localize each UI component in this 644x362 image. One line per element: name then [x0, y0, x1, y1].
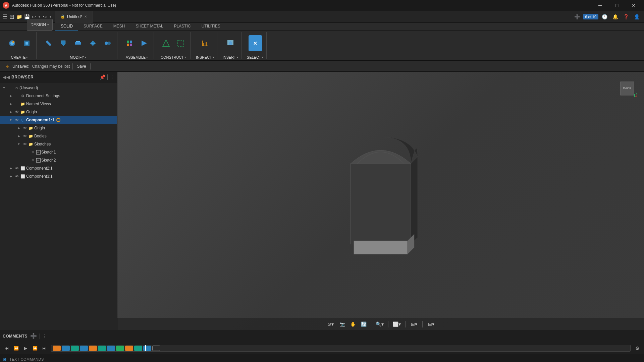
- tab-utilities[interactable]: UTILITIES: [196, 22, 226, 31]
- tl-item-5[interactable]: [89, 346, 97, 351]
- insert-btn-1[interactable]: [224, 35, 237, 51]
- tl-prev-btn[interactable]: ⏪: [12, 344, 20, 352]
- eye-icon-comp1[interactable]: 👁: [14, 117, 19, 123]
- expand-icon-c1-origin[interactable]: ▶: [16, 125, 21, 131]
- tl-settings-btn[interactable]: ⚙: [633, 344, 641, 352]
- eye-icon-c1-bodies[interactable]: 👁: [22, 133, 28, 139]
- tree-item-doc-settings[interactable]: ▶ ⚙ Document Settings: [0, 92, 117, 100]
- expand-icon-c1-sketches[interactable]: ▼: [16, 141, 21, 147]
- tab-mesh[interactable]: MESH: [108, 22, 130, 31]
- new-file-button[interactable]: ⊞: [9, 13, 14, 20]
- comments-pin-icon[interactable]: ⋮: [43, 334, 47, 339]
- select-btn-1[interactable]: [249, 35, 262, 51]
- close-button[interactable]: ✕: [626, 0, 641, 11]
- tl-item-11[interactable]: [143, 346, 151, 351]
- tl-item-10[interactable]: [134, 346, 142, 351]
- browser-more-icon[interactable]: ⋮: [110, 74, 114, 80]
- add-tab-button[interactable]: ➕: [572, 12, 582, 21]
- create-btn-1[interactable]: [5, 35, 19, 51]
- tl-item-1[interactable]: [53, 346, 61, 351]
- expand-icon-comp3[interactable]: ▶: [8, 174, 13, 179]
- create-btn-2[interactable]: [20, 35, 34, 51]
- eye-icon-origin[interactable]: 👁: [14, 109, 19, 115]
- notifications-button[interactable]: 🔔: [610, 12, 620, 21]
- modify-btn-3[interactable]: [71, 35, 85, 51]
- zoom-btn[interactable]: 🔍▾: [374, 319, 385, 329]
- tree-item-component3[interactable]: ▶ 👁 ⬜ Component3:1: [0, 172, 117, 180]
- tree-item-named-views[interactable]: ▶ 📁 Named Views: [0, 100, 117, 108]
- text-commands-icon[interactable]: ⊕: [3, 357, 7, 362]
- tl-next-btn[interactable]: ⏩: [31, 344, 39, 352]
- tree-item-c1-bodies[interactable]: ▶ 👁 📁 Bodies: [0, 132, 117, 140]
- browser-collapse-icon[interactable]: ◀◀: [3, 74, 10, 80]
- tab-plastic[interactable]: PLASTIC: [169, 22, 196, 31]
- orbit-btn2[interactable]: 🔄: [359, 319, 368, 329]
- tl-play-btn[interactable]: ▶: [21, 344, 30, 352]
- tl-item-3[interactable]: [71, 346, 79, 351]
- expand-icon-comp2[interactable]: ▶: [8, 166, 13, 171]
- modify-btn-2[interactable]: [57, 35, 70, 51]
- history-button[interactable]: 🕐: [600, 12, 609, 21]
- expand-icon-comp1[interactable]: ▼: [8, 117, 13, 123]
- tab-surface[interactable]: SURFACE: [78, 22, 108, 31]
- tl-begin-btn[interactable]: ⏮: [3, 344, 11, 352]
- inspect-btn-1[interactable]: [198, 35, 212, 51]
- expand-icon-named[interactable]: ▶: [8, 101, 13, 107]
- tree-item-c1-sketches[interactable]: ▼ 👁 📁 Sketches: [0, 140, 117, 148]
- eye-icon-comp3[interactable]: 👁: [14, 174, 19, 179]
- undo-dropdown[interactable]: ▼: [38, 15, 41, 18]
- assemble-btn-2[interactable]: [138, 35, 151, 51]
- tab-sheet-metal[interactable]: SHEET METAL: [130, 22, 168, 31]
- tree-item-c1-origin[interactable]: ▶ 👁 📁 Origin: [0, 124, 117, 132]
- construct-btn-1[interactable]: [159, 35, 173, 51]
- tree-item-root[interactable]: ▼ 🗁 (Unsaved): [0, 84, 117, 92]
- expand-icon-origin[interactable]: ▶: [8, 109, 13, 115]
- browser-pin-icon[interactable]: 📌: [100, 74, 105, 80]
- tab-solid[interactable]: SOLID: [55, 22, 78, 31]
- assemble-btn-1[interactable]: [123, 35, 136, 51]
- eye-icon-comp2[interactable]: 👁: [14, 166, 19, 171]
- tree-item-component2[interactable]: ▶ 👁 ⬜ Component2:1: [0, 164, 117, 172]
- construct-btn-2[interactable]: [174, 35, 187, 51]
- timeline-track[interactable]: [51, 345, 631, 352]
- modify-btn-5[interactable]: [101, 35, 114, 51]
- camera-btn[interactable]: 📷: [337, 319, 347, 329]
- grid-btn[interactable]: ⊞▾: [408, 319, 420, 329]
- hamburger-menu[interactable]: ☰: [3, 13, 7, 20]
- eye-icon-c1-origin[interactable]: 👁: [22, 125, 28, 131]
- expand-icon-root[interactable]: ▼: [1, 85, 7, 90]
- maximize-button[interactable]: □: [609, 0, 625, 11]
- help-button[interactable]: ❓: [621, 12, 631, 21]
- tl-item-2[interactable]: [62, 346, 70, 351]
- eye-icon-sketch2[interactable]: 👁: [30, 158, 36, 163]
- tl-end-btn[interactable]: ⏭: [40, 344, 48, 352]
- redo-dropdown[interactable]: ▼: [49, 15, 52, 18]
- viewport[interactable]: BACK X Y ⊙▾ 📷 ✋ 🔄 🔍▾: [117, 72, 644, 330]
- tl-item-7[interactable]: [107, 346, 115, 351]
- tl-item-9[interactable]: [125, 346, 133, 351]
- tl-item-12[interactable]: [152, 346, 160, 351]
- tl-item-8[interactable]: [116, 346, 124, 351]
- tree-item-origin[interactable]: ▶ 👁 📁 Origin: [0, 108, 117, 116]
- profile-button[interactable]: 👤: [632, 12, 641, 21]
- expand-icon-c1-bodies[interactable]: ▶: [16, 133, 21, 139]
- save-button[interactable]: Save: [72, 63, 90, 70]
- minimize-button[interactable]: ─: [592, 0, 608, 11]
- file-tab-close[interactable]: ✕: [84, 15, 87, 18]
- tree-item-sketch1[interactable]: 👁 ✏ Sketch1: [0, 148, 117, 156]
- modify-btn-1[interactable]: [42, 35, 55, 51]
- display-mode-btn[interactable]: ⬜▾: [391, 319, 402, 329]
- tl-item-6[interactable]: [98, 346, 106, 351]
- open-file-button[interactable]: 📁: [16, 14, 22, 19]
- tree-item-sketch2[interactable]: 👁 ✏ Sketch2: [0, 156, 117, 164]
- eye-icon-sketch1[interactable]: 👁: [30, 149, 36, 155]
- orbit-btn[interactable]: ⊙▾: [325, 319, 336, 329]
- view-layout-btn[interactable]: ⊟▾: [425, 319, 437, 329]
- eye-icon-c1-sketches[interactable]: 👁: [22, 141, 28, 147]
- pan-btn[interactable]: ✋: [348, 319, 358, 329]
- tl-item-4[interactable]: [80, 346, 88, 351]
- expand-icon-doc[interactable]: ▶: [8, 93, 13, 99]
- file-tab[interactable]: 🔒 Untitled* ✕: [55, 11, 93, 23]
- modify-btn-4[interactable]: [86, 35, 100, 51]
- design-dropdown-btn[interactable]: DESIGN ▾: [27, 19, 53, 31]
